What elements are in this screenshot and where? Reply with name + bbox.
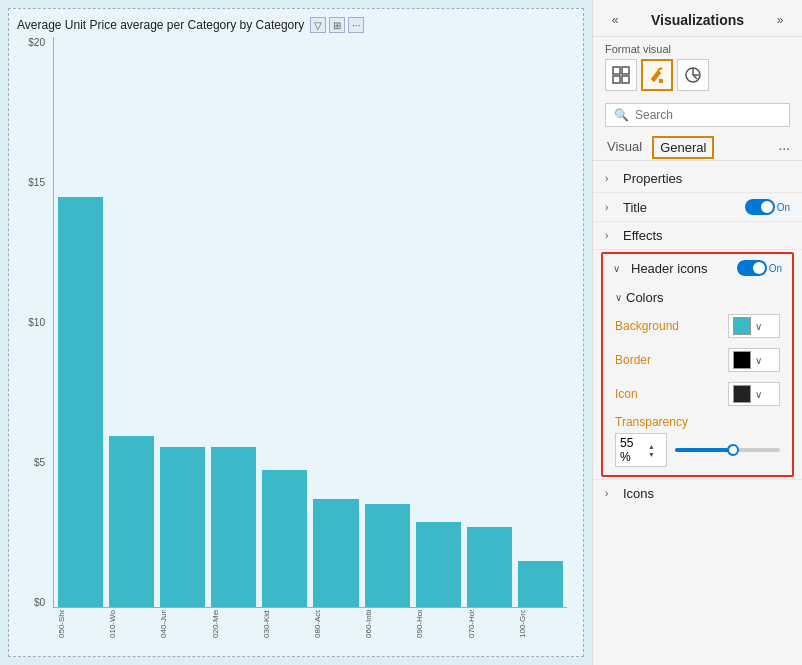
header-icons-toggle-switch[interactable]	[737, 260, 767, 276]
bar-wrapper	[467, 37, 512, 607]
bar[interactable]	[467, 527, 512, 607]
panel-header: « Visualizations »	[593, 0, 802, 37]
title-toggle[interactable]: On	[745, 199, 790, 215]
bar[interactable]	[160, 447, 205, 607]
background-color-row: Background ∨	[615, 309, 780, 343]
y-label-15: $15	[28, 177, 45, 188]
y-axis: $20 $15 $10 $5 $0	[17, 37, 49, 608]
analytics-format-icon[interactable]	[677, 59, 709, 91]
bar[interactable]	[365, 504, 410, 607]
svg-rect-2	[613, 76, 620, 83]
section-icons[interactable]: › Icons	[593, 479, 802, 507]
header-icons-section: ∨ Header icons On ∨ Colors Background ∨	[601, 252, 794, 477]
svg-line-5	[658, 68, 662, 70]
border-color-picker[interactable]: ∨	[728, 348, 780, 372]
icon-color-picker[interactable]: ∨	[728, 382, 780, 406]
colors-header[interactable]: ∨ Colors	[615, 286, 780, 309]
border-color-row: Border ∨	[615, 343, 780, 377]
section-effects[interactable]: › Effects	[593, 222, 802, 250]
toggle-knob	[761, 201, 773, 213]
tab-more-icon[interactable]: ···	[778, 140, 790, 156]
panel-title: Visualizations	[651, 12, 744, 28]
paint-format-icon[interactable]	[641, 59, 673, 91]
expand-icon[interactable]: ⊞	[329, 17, 345, 33]
bar[interactable]	[518, 561, 563, 607]
table-format-icon[interactable]	[605, 59, 637, 91]
section-title[interactable]: › Title On	[593, 193, 802, 222]
border-color-swatch	[733, 351, 751, 369]
icon-color-row: Icon ∨	[615, 377, 780, 411]
bar[interactable]	[313, 499, 358, 607]
header-icons-toggle[interactable]: On	[737, 260, 782, 276]
x-axis-label: 060-Intimate	[364, 610, 409, 638]
bar-wrapper	[58, 37, 103, 607]
bar-wrapper	[109, 37, 154, 607]
bar[interactable]	[416, 522, 461, 608]
icons-section-row: › Icons	[605, 486, 790, 501]
bars-area	[53, 37, 567, 608]
spin-down-btn[interactable]: ▼	[648, 451, 655, 458]
chart-title-text: Average Unit Price average per Category …	[17, 18, 304, 32]
bar-wrapper	[160, 37, 205, 607]
search-box[interactable]: 🔍	[605, 103, 790, 127]
format-visual-label: Format visual	[593, 37, 802, 59]
bar[interactable]	[58, 197, 103, 607]
bar-wrapper	[365, 37, 410, 607]
y-label-5: $5	[34, 457, 45, 468]
filter-icon[interactable]: ▽	[310, 17, 326, 33]
bar[interactable]	[109, 436, 154, 607]
x-axis-label: 020-Mens	[211, 610, 256, 638]
svg-rect-0	[613, 67, 620, 74]
format-icons	[593, 59, 802, 99]
x-axis-label: 050-Shoes	[57, 610, 102, 638]
chevron-right-icon: ›	[605, 230, 619, 241]
tab-general[interactable]: General	[652, 136, 714, 159]
x-axis-label: 010-Womens	[108, 610, 153, 638]
toggle-knob	[753, 262, 765, 274]
transparency-controls: 55 % ▲ ▼	[615, 433, 780, 467]
right-panel: « Visualizations » Format visual	[592, 0, 802, 665]
y-label-0: $0	[34, 597, 45, 608]
background-color-picker[interactable]: ∨	[728, 314, 780, 338]
transparency-slider[interactable]	[675, 448, 780, 452]
expand-icon[interactable]: »	[770, 10, 790, 30]
bar[interactable]	[211, 447, 256, 607]
colors-section: ∨ Colors Background ∨ Border ∨	[603, 282, 792, 475]
x-axis-label: 080-Accessories	[313, 610, 358, 638]
chart-container: Average Unit Price average per Category …	[8, 8, 584, 657]
chart-title-icons: ▽ ⊞ ···	[310, 17, 364, 33]
search-icon: 🔍	[614, 108, 629, 122]
y-label-10: $10	[28, 317, 45, 328]
header-icons-toggle-label: On	[769, 263, 782, 274]
bar-wrapper	[416, 37, 461, 607]
section-properties[interactable]: › Properties	[593, 165, 802, 193]
header-icons-row[interactable]: ∨ Header icons On	[603, 254, 792, 282]
svg-rect-1	[622, 67, 629, 74]
color-chevron-icon: ∨	[755, 389, 762, 400]
bar-wrapper	[211, 37, 256, 607]
icon-color-swatch	[733, 385, 751, 403]
x-axis-label: 030-Kids	[262, 610, 307, 638]
svg-rect-3	[622, 76, 629, 83]
collapse-icon[interactable]: «	[605, 10, 625, 30]
search-input[interactable]	[635, 108, 781, 122]
chevron-right-icon: ›	[605, 173, 619, 184]
tabs-row: Visual General ···	[593, 135, 802, 161]
x-axis-label: 040-Juniors	[159, 610, 204, 638]
color-chevron-icon: ∨	[755, 321, 762, 332]
spin-up-btn[interactable]: ▲	[648, 443, 655, 450]
transparency-input[interactable]: 55 % ▲ ▼	[615, 433, 667, 467]
title-toggle-label: On	[777, 202, 790, 213]
x-axis-label: 090-Home	[415, 610, 460, 638]
bar[interactable]	[262, 470, 307, 607]
chart-title: Average Unit Price average per Category …	[17, 17, 575, 33]
chevron-right-icon: ›	[605, 488, 619, 499]
color-chevron-icon: ∨	[755, 355, 762, 366]
tab-visual[interactable]: Visual	[605, 135, 644, 160]
background-color-swatch	[733, 317, 751, 335]
title-toggle-switch[interactable]	[745, 199, 775, 215]
x-axis-label: 100-Groceries	[518, 610, 563, 638]
chevron-down-icon: ∨	[613, 263, 627, 274]
bar-wrapper	[262, 37, 307, 607]
more-icon[interactable]: ···	[348, 17, 364, 33]
